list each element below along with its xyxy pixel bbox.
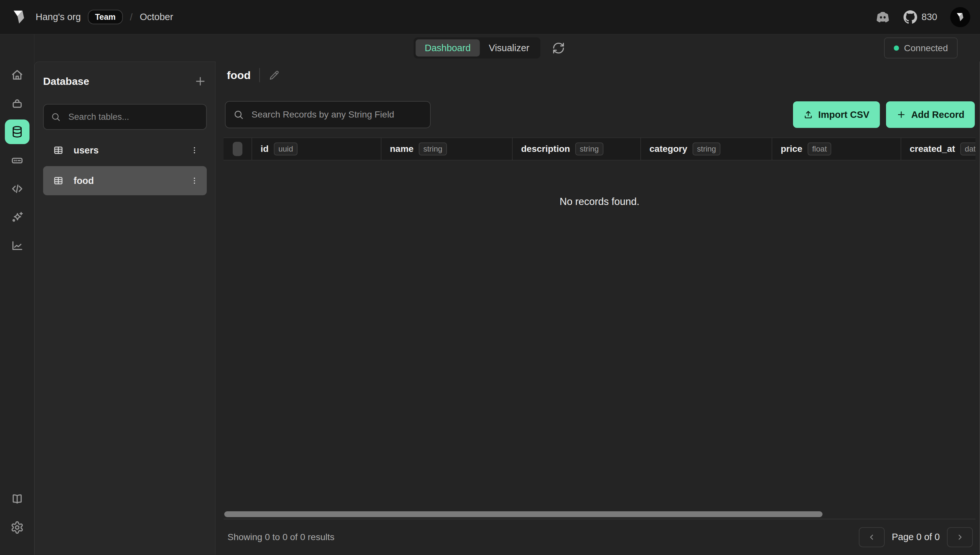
tab-dashboard[interactable]: Dashboard	[415, 40, 480, 57]
column-header-description[interactable]: description string	[512, 138, 640, 160]
page-indicator: Page 0 of 0	[892, 532, 940, 542]
auth-lock-icon	[10, 96, 24, 110]
sidebar-item-home[interactable]	[5, 63, 29, 87]
type-badge: string	[419, 143, 447, 156]
topbar: Hang's org Team / October 830	[0, 0, 980, 34]
record-search-input[interactable]	[225, 101, 431, 128]
table-search-input[interactable]	[43, 104, 207, 130]
home-icon	[10, 68, 24, 82]
column-header-id[interactable]: id uuid	[251, 138, 381, 160]
chevron-left-icon	[867, 533, 876, 541]
type-badge: string	[692, 143, 721, 156]
code-icon	[10, 182, 24, 196]
database-icon	[10, 125, 24, 139]
table-footer: Showing 0 to 0 of 0 results Page 0 of 0	[224, 519, 975, 555]
table-list-item-users[interactable]: users	[43, 136, 207, 165]
github-star-count: 830	[922, 12, 937, 22]
import-csv-button[interactable]: Import CSV	[793, 101, 880, 128]
sidebar-item-database[interactable]	[5, 119, 29, 144]
org-plan-badge: Team	[88, 10, 122, 24]
type-badge: date	[960, 143, 975, 156]
tab-visualizer[interactable]: Visualizer	[480, 40, 538, 57]
plus-icon	[896, 110, 906, 119]
next-page-button[interactable]	[947, 527, 973, 547]
type-badge: string	[575, 143, 603, 156]
analytics-chart-icon	[10, 239, 24, 253]
database-panel: Database	[34, 61, 216, 555]
empty-state-message: No records found.	[224, 196, 975, 208]
storage-drive-icon	[10, 154, 24, 167]
search-icon	[51, 112, 61, 122]
prev-page-button[interactable]	[859, 527, 885, 547]
view-switcher: Dashboard Visualizer	[414, 38, 565, 59]
type-badge: float	[808, 143, 831, 156]
horizontal-scrollbar-thumb[interactable]	[224, 511, 822, 517]
search-icon	[233, 109, 244, 120]
record-search	[225, 101, 431, 128]
connection-status: Connected	[884, 38, 957, 59]
table-name: users	[74, 145, 178, 156]
app-logo-icon[interactable]	[10, 8, 29, 27]
sidebar-rail	[0, 34, 34, 555]
column-header-category[interactable]: category string	[640, 138, 772, 160]
settings-gear-icon	[10, 521, 24, 534]
sidebar-item-auth[interactable]	[5, 91, 29, 115]
table-grid-icon	[53, 175, 64, 186]
status-dot	[894, 45, 899, 51]
add-table-button[interactable]	[194, 75, 207, 88]
refresh-icon	[552, 42, 565, 55]
title-divider	[259, 68, 260, 82]
toolbar: Dashboard Visualizer Connected	[34, 34, 980, 61]
project-name[interactable]: October	[140, 12, 173, 22]
table-menu-button[interactable]	[188, 144, 201, 157]
status-label: Connected	[904, 43, 948, 53]
kebab-icon	[190, 146, 199, 155]
table-menu-button[interactable]	[188, 174, 201, 187]
sidebar-item-docs[interactable]	[5, 487, 29, 511]
refresh-button[interactable]	[552, 42, 565, 55]
table-list: users food	[43, 136, 207, 195]
type-badge: uuid	[274, 143, 298, 156]
results-summary: Showing 0 to 0 of 0 results	[227, 532, 335, 542]
select-all-cell	[224, 138, 251, 160]
table-list-item-food[interactable]: food	[43, 166, 207, 195]
horizontal-scrollbar	[224, 511, 975, 517]
table-name: food	[74, 175, 178, 186]
table-search	[43, 104, 207, 130]
kebab-icon	[190, 176, 199, 185]
ai-sparkles-icon	[10, 210, 24, 224]
discord-icon[interactable]	[875, 11, 891, 24]
pencil-icon	[269, 70, 279, 80]
view-tabs: Dashboard Visualizer	[414, 38, 540, 59]
select-all-checkbox[interactable]	[233, 142, 242, 156]
github-stars[interactable]: 830	[904, 10, 937, 24]
table-grid-icon	[53, 145, 64, 156]
column-header-created-at[interactable]: created_at date	[901, 138, 975, 160]
table-body: No records found.	[224, 160, 975, 511]
panel-title: Database	[43, 75, 89, 87]
add-record-button[interactable]: Add Record	[886, 101, 975, 128]
github-icon	[904, 10, 917, 24]
topbar-actions: 830	[875, 7, 970, 27]
org-name[interactable]: Hang's org	[35, 12, 81, 22]
records-view: food	[224, 61, 980, 555]
sidebar-item-ai[interactable]	[5, 205, 29, 229]
column-header-price[interactable]: price float	[772, 138, 901, 160]
sidebar-item-functions[interactable]	[5, 176, 29, 201]
sidebar-item-analytics[interactable]	[5, 233, 29, 258]
page-title: food	[227, 69, 251, 82]
panel-main-gap	[216, 61, 224, 555]
breadcrumb-separator: /	[130, 12, 132, 22]
sidebar-item-storage[interactable]	[5, 148, 29, 173]
plus-icon	[194, 75, 207, 88]
breadcrumb: Hang's org Team / October	[10, 8, 173, 27]
chevron-right-icon	[956, 533, 964, 541]
column-header-name[interactable]: name string	[381, 138, 512, 160]
pagination: Page 0 of 0	[859, 527, 973, 547]
avatar[interactable]	[950, 7, 970, 27]
docs-book-icon	[10, 492, 24, 506]
table-header-row: id uuid name string description string c…	[224, 138, 975, 160]
upload-icon	[803, 110, 813, 119]
sidebar-item-settings[interactable]	[5, 515, 29, 540]
edit-table-name-button[interactable]	[269, 70, 279, 80]
